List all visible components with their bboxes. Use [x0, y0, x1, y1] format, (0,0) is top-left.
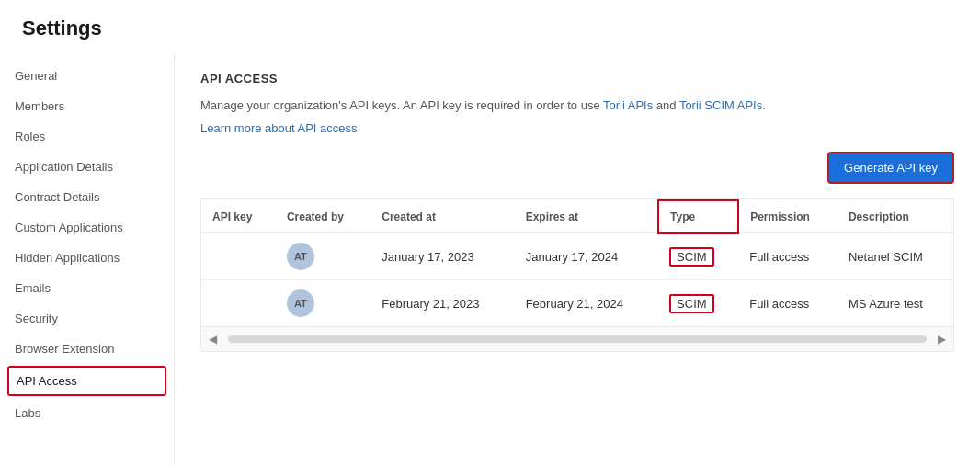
sidebar-item-browser-extension[interactable]: Browser Extension: [0, 334, 174, 364]
sidebar-item-security[interactable]: Security: [0, 303, 174, 334]
section-title: API ACCESS: [200, 72, 954, 85]
period-text: .: [762, 98, 766, 112]
cell-created-at-2: February 21, 2023: [370, 280, 514, 327]
col-header-description: Description: [838, 200, 953, 233]
col-header-expires-at: Expires at: [515, 200, 658, 233]
api-keys-table: API key Created by Created at Expires at…: [201, 199, 953, 327]
page-title: Settings: [0, 0, 980, 53]
sidebar-item-labs[interactable]: Labs: [0, 398, 174, 428]
col-header-created-by: Created by: [276, 200, 370, 233]
col-header-created-at: Created at: [370, 200, 514, 233]
sidebar-item-members[interactable]: Members: [0, 91, 174, 121]
cell-expires-at-2: February 21, 2024: [515, 280, 658, 327]
cell-permission-2: Full access: [738, 280, 838, 327]
sidebar: General Members Roles Application Detail…: [0, 53, 175, 465]
col-header-api-key: API key: [201, 200, 276, 233]
scroll-track[interactable]: [228, 335, 927, 343]
cell-type-2: SCIM: [658, 280, 738, 327]
cell-created-by-2: AT: [276, 280, 370, 327]
main-layout: General Members Roles Application Detail…: [0, 53, 980, 465]
scroll-left-arrow[interactable]: ◀: [201, 331, 224, 347]
table-row: AT January 17, 2023 January 17, 2024 SCI…: [201, 233, 953, 280]
cell-description-1: Netanel SCIM: [838, 233, 953, 280]
sidebar-item-emails[interactable]: Emails: [0, 273, 174, 303]
table-row: AT February 21, 2023 February 21, 2024 S…: [201, 280, 953, 327]
col-header-type: Type: [658, 200, 738, 233]
torii-apis-link[interactable]: Torii APIs: [603, 98, 653, 112]
generate-btn-row: Generate API key: [200, 152, 954, 184]
app-container: Settings General Members Roles Applicati…: [0, 0, 980, 465]
cell-created-by-1: AT: [276, 233, 370, 280]
cell-expires-at-1: January 17, 2024: [515, 233, 658, 280]
sidebar-item-general[interactable]: General: [0, 61, 174, 91]
sidebar-item-contract-details[interactable]: Contract Details: [0, 182, 174, 212]
cell-type-1: SCIM: [658, 233, 738, 280]
avatar-1: AT: [287, 243, 314, 270]
cell-api-key-1: [201, 233, 276, 280]
sidebar-item-api-access[interactable]: API Access: [7, 366, 166, 396]
description-text: Manage your organization's API keys. An …: [200, 96, 954, 116]
avatar-2: AT: [287, 289, 314, 317]
main-content: API ACCESS Manage your organization's AP…: [175, 53, 980, 465]
sidebar-item-custom-applications[interactable]: Custom Applications: [0, 212, 174, 243]
col-header-permission: Permission: [738, 200, 838, 233]
cell-permission-1: Full access: [738, 233, 838, 280]
description-prefix: Manage your organization's API keys. An …: [200, 98, 600, 112]
scrollbar-row: ◀ ▶: [201, 326, 953, 351]
table-wrapper: API key Created by Created at Expires at…: [200, 198, 954, 353]
and-text: and: [653, 98, 679, 112]
sidebar-item-application-details[interactable]: Application Details: [0, 152, 174, 182]
type-badge-1: SCIM: [669, 247, 714, 267]
torii-scim-link[interactable]: Torii SCIM APIs: [679, 98, 762, 112]
sidebar-item-hidden-applications[interactable]: Hidden Applications: [0, 243, 174, 273]
generate-api-key-button[interactable]: Generate API key: [827, 152, 954, 184]
learn-more-link[interactable]: Learn more about API access: [200, 121, 954, 135]
cell-description-2: MS Azure test: [838, 280, 953, 327]
type-badge-2: SCIM: [669, 294, 714, 313]
cell-api-key-2: [201, 280, 276, 327]
sidebar-item-roles[interactable]: Roles: [0, 121, 174, 152]
cell-created-at-1: January 17, 2023: [370, 233, 514, 280]
scroll-right-arrow[interactable]: ▶: [930, 331, 953, 347]
